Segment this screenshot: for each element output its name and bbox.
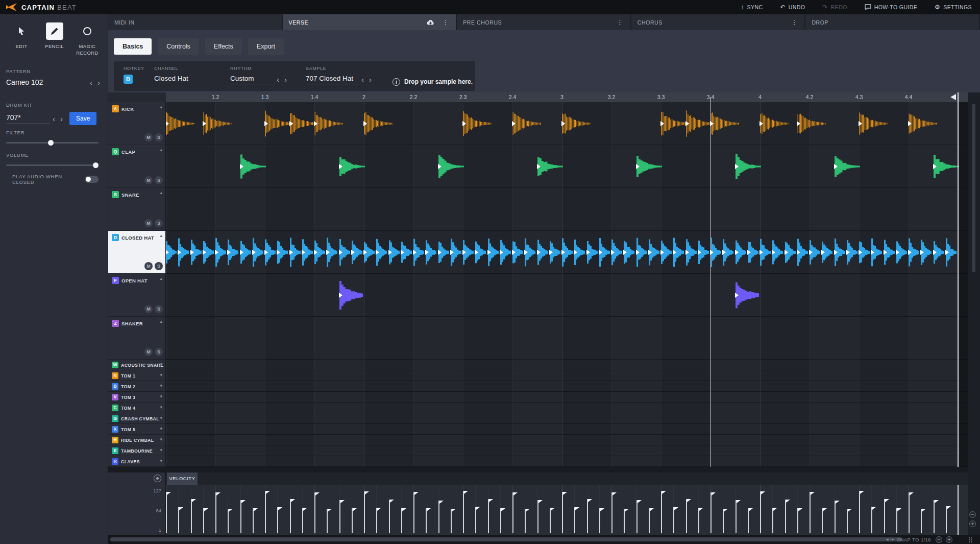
closed-hat-note[interactable] (525, 231, 535, 274)
redo-button[interactable]: ↷REDO (822, 4, 847, 10)
closed-hat-note[interactable] (413, 231, 424, 274)
closed-hat-note[interactable] (710, 231, 721, 274)
velocity-stem[interactable] (748, 508, 749, 533)
clap-note[interactable] (934, 145, 959, 188)
closed-hat-note[interactable] (636, 231, 647, 274)
section-menu-icon[interactable]: ⋮ (441, 18, 450, 26)
kick-note[interactable] (909, 102, 937, 145)
velocity-stem[interactable] (884, 499, 885, 533)
loop-end-marker[interactable] (950, 94, 956, 100)
collapse-track-icon[interactable]: ▴ (160, 319, 162, 324)
velocity-stem[interactable] (871, 507, 872, 533)
magic-record-button[interactable]: MAGIC RECORD (71, 22, 104, 57)
kick-note[interactable] (166, 102, 194, 145)
clap-note[interactable] (438, 145, 464, 188)
track-header-crash-cymbal[interactable]: GCRASH CYMBAL▾ (108, 413, 166, 424)
mute-button[interactable]: M (144, 262, 153, 270)
velocity-stem[interactable] (178, 507, 179, 533)
velocity-stem[interactable] (253, 508, 254, 533)
velocity-stem[interactable] (909, 492, 910, 533)
mute-button[interactable]: M (144, 219, 153, 227)
collapse-track-icon[interactable]: ▴ (160, 233, 162, 238)
closed-hat-note[interactable] (302, 231, 313, 274)
closed-hat-note[interactable] (772, 231, 783, 274)
clap-note[interactable] (240, 145, 266, 188)
velocity-stem[interactable] (946, 506, 947, 533)
track-header-tom-3[interactable]: VTOM 3▾ (108, 392, 166, 403)
velocity-stem[interactable] (475, 507, 476, 533)
drum-kit-value[interactable]: 707* (6, 113, 50, 124)
velocity-stem[interactable] (352, 508, 353, 533)
closed-hat-note[interactable] (364, 231, 375, 274)
clap-note[interactable] (736, 145, 761, 188)
filter-slider-thumb[interactable] (48, 140, 54, 146)
closed-hat-note[interactable] (550, 231, 560, 274)
closed-hat-note[interactable] (599, 231, 610, 274)
closed-hat-note[interactable] (896, 231, 907, 274)
play-when-closed-toggle[interactable] (85, 176, 99, 183)
resize-grip[interactable] (968, 537, 973, 542)
kick-note[interactable] (203, 102, 232, 145)
velocity-stem[interactable] (599, 508, 600, 533)
velocity-stem[interactable] (847, 509, 848, 533)
collapse-track-icon[interactable]: ▴ (160, 104, 162, 109)
closed-hat-note[interactable] (240, 231, 251, 274)
closed-hat-note[interactable] (562, 231, 573, 274)
timeline-zoom-out-button[interactable]: − (936, 536, 942, 543)
solo-button[interactable]: S (155, 348, 163, 356)
velocity-target-button[interactable] (154, 475, 161, 482)
velocity-stem[interactable] (426, 508, 427, 533)
pattern-next-button[interactable]: › (95, 79, 103, 86)
velocity-zoom-in-button[interactable]: + (969, 521, 976, 527)
expand-track-icon[interactable]: ▾ (160, 372, 162, 377)
velocity-stem[interactable] (364, 491, 365, 533)
closed-hat-note[interactable] (723, 231, 733, 274)
expand-track-icon[interactable]: ▾ (160, 447, 162, 453)
track-header-ride-cymbal[interactable]: HRIDE CYMBAL▾ (108, 435, 166, 445)
collapse-track-icon[interactable]: ▴ (160, 190, 162, 195)
velocity-stem[interactable] (550, 508, 551, 533)
velocity-stem[interactable] (562, 492, 563, 533)
velocity-stem[interactable] (339, 500, 340, 533)
snap-control[interactable]: SNAP TO 1/16 (886, 537, 931, 542)
velocity-stem[interactable] (488, 499, 489, 533)
closed-hat-note[interactable] (228, 231, 238, 274)
closed-hat-note[interactable] (884, 231, 895, 274)
mute-button[interactable]: M (144, 348, 153, 356)
closed-hat-note[interactable] (178, 231, 189, 274)
closed-hat-note[interactable] (389, 231, 400, 274)
closed-hat-note[interactable] (835, 231, 845, 274)
velocity-stem[interactable] (401, 508, 402, 533)
closed-hat-note[interactable] (611, 231, 622, 274)
edit-tool-button[interactable]: EDIT (5, 22, 38, 57)
velocity-stem[interactable] (686, 499, 687, 533)
closed-hat-note[interactable] (500, 231, 511, 274)
velocity-stem[interactable] (760, 491, 761, 533)
closed-hat-note[interactable] (673, 231, 684, 274)
closed-hat-note[interactable] (426, 231, 436, 274)
velocity-stem[interactable] (463, 491, 464, 533)
timeline-zoom-in-button[interactable]: + (946, 536, 952, 543)
pattern-value[interactable]: Cameo 102 (6, 78, 87, 86)
track-header-shaker[interactable]: ZSHAKER▴MS (108, 317, 166, 360)
kick-note[interactable] (463, 102, 492, 145)
undo-button[interactable]: ↶UNDO (780, 4, 805, 10)
closed-hat-note[interactable] (376, 231, 387, 274)
closed-hat-note[interactable] (785, 231, 796, 274)
velocity-stem[interactable] (240, 500, 241, 533)
section-tab-verse[interactable]: VERSE⋮ (283, 14, 457, 30)
velocity-stem[interactable] (438, 501, 439, 533)
section-menu-icon[interactable]: ⋮ (790, 18, 798, 26)
closed-hat-note[interactable] (339, 231, 350, 274)
section-tab-midi-in[interactable]: MIDI IN (108, 14, 283, 30)
sync-button[interactable]: ↑SYNC (741, 4, 763, 10)
clap-note[interactable] (636, 145, 662, 188)
closed-hat-note[interactable] (624, 231, 634, 274)
velocity-stem[interactable] (376, 508, 377, 533)
expand-track-icon[interactable]: ▾ (160, 394, 162, 399)
closed-hat-note[interactable] (797, 231, 808, 274)
velocity-stem[interactable] (228, 509, 229, 533)
open-hat-note[interactable] (736, 274, 759, 317)
velocity-stem[interactable] (525, 509, 526, 533)
velocity-stem[interactable] (277, 507, 278, 533)
